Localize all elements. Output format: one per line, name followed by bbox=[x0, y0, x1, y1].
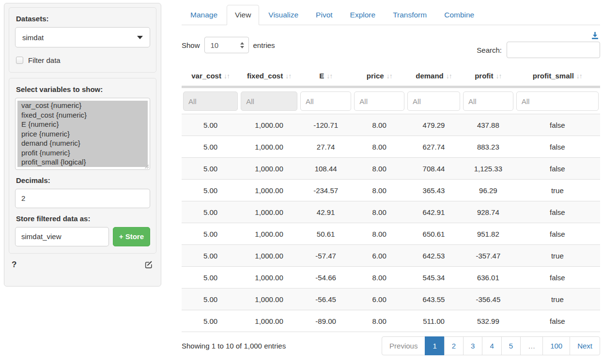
store-name-input[interactable] bbox=[15, 227, 109, 246]
table-cell: 1,000.00 bbox=[239, 223, 299, 245]
variable-option[interactable]: fixed_cost {numeric} bbox=[17, 110, 148, 120]
table-header-row: var_cost↓↑fixed_cost↓↑E↓↑price↓↑demand↓↑… bbox=[182, 66, 600, 87]
table-cell: 1,000.00 bbox=[239, 310, 299, 332]
column-header-profit[interactable]: profit↓↑ bbox=[462, 66, 515, 87]
table-cell: true bbox=[515, 180, 600, 201]
tab-manage[interactable]: Manage bbox=[182, 5, 226, 25]
pagination-page-5[interactable]: 5 bbox=[501, 336, 521, 355]
table-row: 5.001,000.00-56.456.00643.55-356.45true bbox=[182, 288, 600, 310]
sort-icon: ↓↑ bbox=[496, 72, 502, 80]
decimals-input[interactable] bbox=[15, 189, 150, 208]
table-cell: false bbox=[515, 136, 600, 158]
search-input[interactable] bbox=[507, 42, 600, 58]
table-cell: 511.00 bbox=[406, 310, 462, 332]
table-cell: -357.47 bbox=[462, 245, 515, 267]
table-cell: 5.00 bbox=[182, 180, 239, 201]
sort-icon: ↓↑ bbox=[285, 72, 291, 80]
tab-combine[interactable]: Combine bbox=[436, 5, 482, 25]
table-cell: 642.91 bbox=[406, 201, 462, 223]
help-icon[interactable]: ? bbox=[12, 260, 16, 270]
pagination-page-4[interactable]: 4 bbox=[482, 336, 501, 355]
table-cell: 627.74 bbox=[406, 136, 462, 158]
table-cell: 1,000.00 bbox=[239, 201, 299, 223]
pagination-ellipsis: … bbox=[520, 336, 543, 355]
pagination-next[interactable]: Next bbox=[570, 336, 600, 355]
datasets-label: Datasets: bbox=[16, 15, 150, 23]
resize-handle[interactable] bbox=[144, 164, 149, 169]
store-label: Store filtered data as: bbox=[16, 214, 150, 223]
column-header-label: var_cost bbox=[191, 72, 221, 80]
table-cell: 708.44 bbox=[406, 158, 462, 180]
table-cell: 6.00 bbox=[353, 245, 406, 267]
tab-pivot[interactable]: Pivot bbox=[308, 5, 340, 25]
app: Datasets: simdat Filter data Select vari… bbox=[0, 0, 603, 355]
download-icon[interactable] bbox=[591, 31, 599, 40]
table-cell: 5.00 bbox=[182, 288, 239, 310]
column-header-E[interactable]: E↓↑ bbox=[299, 66, 353, 87]
column-filter-profit_small[interactable] bbox=[516, 91, 599, 111]
edit-report-icon[interactable] bbox=[144, 260, 154, 269]
filter-cell bbox=[353, 87, 406, 114]
sort-icon: ↓↑ bbox=[326, 72, 332, 80]
table-cell: -57.47 bbox=[299, 245, 353, 267]
variable-option[interactable]: demand {numeric} bbox=[17, 138, 148, 148]
table-row: 5.001,000.00108.448.00708.441,125.33fals… bbox=[182, 158, 600, 180]
pagination-page-2[interactable]: 2 bbox=[444, 336, 464, 355]
filter-cell bbox=[406, 87, 462, 114]
tab-visualize[interactable]: Visualize bbox=[260, 5, 307, 25]
column-header-fixed_cost[interactable]: fixed_cost↓↑ bbox=[239, 66, 299, 87]
pagination-page-100[interactable]: 100 bbox=[542, 336, 570, 355]
column-header-var_cost[interactable]: var_cost↓↑ bbox=[182, 66, 239, 87]
column-filter-E[interactable] bbox=[300, 91, 351, 111]
store-row: + Store bbox=[15, 227, 150, 246]
column-header-demand[interactable]: demand↓↑ bbox=[406, 66, 462, 87]
table-cell: 365.43 bbox=[406, 180, 462, 201]
variable-option[interactable]: price {numeric} bbox=[17, 129, 148, 139]
pagination-page-3[interactable]: 3 bbox=[463, 336, 482, 355]
table-cell: 5.00 bbox=[182, 201, 239, 223]
variable-option[interactable]: profit {numeric} bbox=[17, 148, 148, 158]
table-cell: 8.00 bbox=[353, 310, 406, 332]
column-header-profit_small[interactable]: profit_small↓↑ bbox=[515, 66, 600, 87]
filter-data-checkbox[interactable] bbox=[16, 57, 23, 64]
sidebar-footer: ? bbox=[9, 259, 156, 270]
search-group: Search: bbox=[477, 31, 600, 58]
variable-option[interactable]: profit_small {logical} bbox=[17, 157, 148, 167]
sort-icon: ↓↑ bbox=[576, 72, 582, 80]
table-cell: 5.00 bbox=[182, 136, 239, 158]
column-filter-var_cost bbox=[183, 91, 238, 111]
main-panel: ManageViewVisualizePivotExploreTransform… bbox=[182, 3, 600, 355]
entries-label: entries bbox=[253, 41, 275, 49]
table-cell: 1,000.00 bbox=[239, 267, 299, 288]
dataset-select[interactable]: simdat bbox=[15, 27, 150, 47]
variable-option[interactable]: var_cost {numeric} bbox=[17, 101, 148, 110]
table-cell: 8.00 bbox=[353, 180, 406, 201]
store-button[interactable]: + Store bbox=[113, 227, 150, 246]
table-cell: 8.00 bbox=[353, 223, 406, 245]
table-controls: Show 10 entries Search: bbox=[182, 31, 600, 58]
sort-icon: ↓↑ bbox=[387, 72, 392, 80]
column-filter-demand[interactable] bbox=[407, 91, 460, 111]
tab-explore[interactable]: Explore bbox=[342, 5, 384, 25]
table-cell: 27.74 bbox=[299, 136, 353, 158]
filter-data-checkbox-row[interactable]: Filter data bbox=[16, 56, 150, 64]
dataset-panel: Datasets: simdat Filter data bbox=[9, 7, 156, 73]
table-cell: false bbox=[515, 201, 600, 223]
filter-data-label: Filter data bbox=[28, 56, 61, 64]
pagination-page-1[interactable]: 1 bbox=[425, 336, 444, 355]
column-header-price[interactable]: price↓↑ bbox=[353, 66, 406, 87]
page-length-select[interactable]: 10 bbox=[204, 37, 249, 53]
column-filter-price[interactable] bbox=[354, 91, 404, 111]
tab-transform[interactable]: Transform bbox=[385, 5, 435, 25]
filter-cell bbox=[462, 87, 515, 114]
table-info: Showing 1 to 10 of 1,000 entries bbox=[182, 342, 286, 350]
tab-view[interactable]: View bbox=[227, 5, 259, 25]
table-cell: -356.45 bbox=[462, 288, 515, 310]
table-cell: 8.00 bbox=[353, 267, 406, 288]
column-header-label: E bbox=[319, 72, 324, 80]
column-filter-profit[interactable] bbox=[463, 91, 513, 111]
variable-option[interactable]: E {numeric} bbox=[17, 120, 148, 129]
variables-multiselect[interactable]: var_cost {numeric}fixed_cost {numeric}E … bbox=[15, 98, 150, 170]
filter-cell bbox=[182, 87, 239, 114]
table-cell: 8.00 bbox=[353, 201, 406, 223]
